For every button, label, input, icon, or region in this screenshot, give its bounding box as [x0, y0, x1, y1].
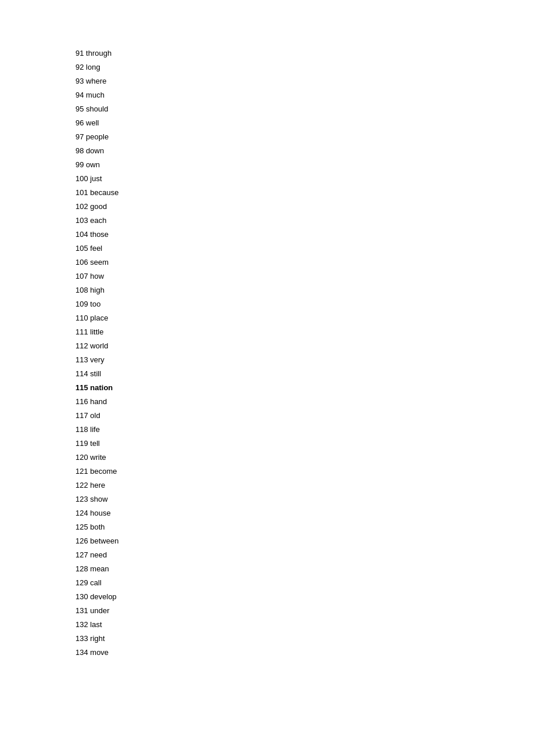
list-item: 123 show [75, 492, 534, 506]
list-item: 100 just [75, 172, 534, 186]
list-item: 108 high [75, 283, 534, 297]
list-item: 124 house [75, 506, 534, 520]
list-item: 128 mean [75, 562, 534, 576]
list-item: 99 own [75, 158, 534, 172]
list-item: 103 each [75, 214, 534, 228]
list-item: 132 last [75, 618, 534, 632]
list-item: 126 between [75, 534, 534, 548]
list-item: 119 tell [75, 437, 534, 451]
list-item: 121 become [75, 465, 534, 478]
list-item: 134 move [75, 646, 534, 660]
list-item: 120 write [75, 451, 534, 465]
list-item: 94 much [75, 88, 534, 102]
list-item: 114 still [75, 367, 534, 381]
list-item: 125 both [75, 520, 534, 534]
list-item: 131 under [75, 604, 534, 618]
list-item: 115 nation [75, 381, 534, 395]
list-item: 113 very [75, 353, 534, 367]
list-item: 130 develop [75, 590, 534, 604]
list-item: 112 world [75, 339, 534, 353]
list-item: 111 little [75, 325, 534, 339]
list-item: 129 call [75, 576, 534, 590]
list-item: 97 people [75, 130, 534, 144]
list-item: 106 seem [75, 255, 534, 269]
list-item: 92 long [75, 60, 534, 74]
list-item: 104 those [75, 228, 534, 242]
list-item: 105 feel [75, 242, 534, 255]
list-item: 95 should [75, 102, 534, 116]
list-item: 116 hand [75, 395, 534, 409]
list-item: 118 life [75, 423, 534, 437]
list-item: 91 through [75, 46, 534, 60]
list-item: 98 down [75, 144, 534, 158]
list-item: 127 need [75, 548, 534, 562]
list-item: 117 old [75, 409, 534, 423]
list-item: 93 where [75, 74, 534, 88]
list-item: 102 good [75, 200, 534, 214]
list-item: 133 right [75, 632, 534, 646]
list-item: 96 well [75, 116, 534, 130]
list-item: 101 because [75, 186, 534, 200]
list-item: 109 too [75, 297, 534, 311]
list-item: 107 how [75, 269, 534, 283]
list-item: 110 place [75, 311, 534, 325]
word-list: 91 through92 long93 where94 much95 shoul… [75, 46, 534, 660]
list-item: 122 here [75, 478, 534, 492]
